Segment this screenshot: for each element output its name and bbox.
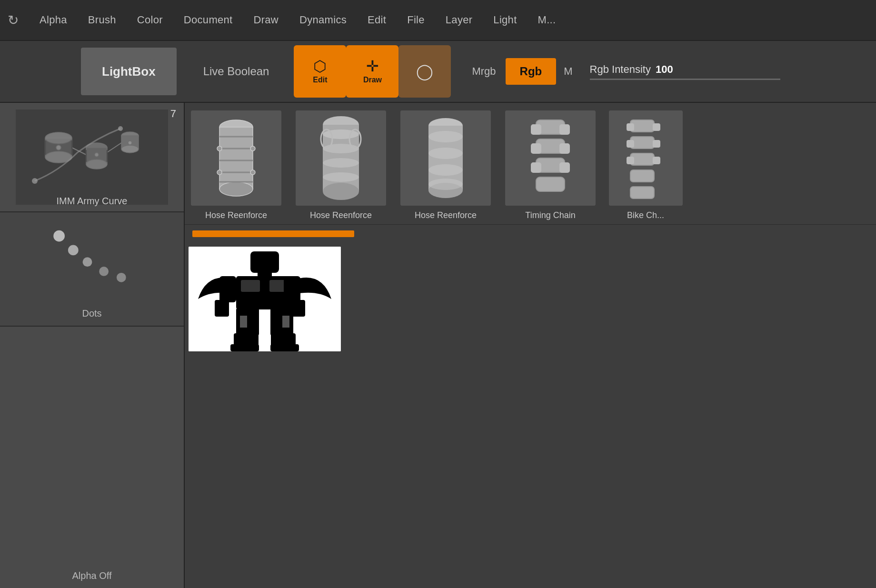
brush-name-2: Hose Reenforce — [398, 210, 493, 220]
rgb-intensity-label: Rgb Intensity — [590, 63, 651, 76]
draw-icon: ✛ — [366, 59, 379, 74]
menu-brush[interactable]: Brush — [84, 12, 120, 28]
svg-rect-77 — [627, 140, 634, 147]
svg-point-26 — [116, 273, 126, 282]
list-item[interactable]: Hose Reenforce — [189, 110, 284, 220]
orange-progress-bar[interactable] — [192, 230, 354, 237]
svg-point-46 — [323, 158, 359, 168]
top-menu-bar: ↻ Alpha Brush Color Document Draw Dynami… — [0, 0, 876, 41]
dots-label: Dots — [82, 308, 101, 319]
brush-thumbnail-2 — [400, 110, 491, 206]
svg-point-30 — [219, 182, 253, 196]
edit-tool-button[interactable]: ⬡ Edit — [294, 45, 346, 98]
svg-rect-63 — [531, 125, 541, 134]
edit-label: Edit — [313, 76, 327, 84]
rgb-intensity-bar[interactable] — [590, 79, 780, 80]
svg-point-22 — [53, 230, 65, 242]
svg-point-47 — [323, 172, 359, 182]
svg-point-38 — [217, 170, 222, 175]
mrgb-button[interactable]: Mrgb — [462, 60, 505, 83]
svg-rect-98 — [270, 344, 299, 351]
right-content: Hose Reenforce — [185, 103, 876, 588]
dots-preview[interactable]: Dots — [0, 212, 184, 327]
svg-point-4 — [45, 132, 72, 144]
list-item[interactable]: Bike Ch... — [607, 110, 684, 220]
svg-rect-62 — [536, 177, 565, 191]
alpha-section — [185, 243, 876, 355]
svg-rect-78 — [653, 140, 660, 147]
svg-rect-80 — [653, 157, 660, 164]
dots-pattern — [0, 212, 184, 307]
list-item[interactable]: Timing Chain — [503, 110, 598, 220]
menu-light[interactable]: Light — [489, 12, 520, 28]
brush-grid: Hose Reenforce — [185, 103, 876, 225]
brush-thumbnail-1 — [296, 110, 386, 206]
current-brush-preview[interactable]: 7 IMM Army Curve — [0, 103, 184, 212]
draw-tool-button[interactable]: ✛ Draw — [346, 45, 398, 98]
svg-rect-66 — [560, 144, 569, 153]
edit-icon: ⬡ — [313, 59, 327, 74]
svg-point-39 — [250, 170, 255, 175]
svg-rect-82 — [250, 251, 279, 273]
svg-rect-65 — [531, 144, 541, 153]
svg-point-23 — [68, 245, 79, 255]
menu-dynamics[interactable]: Dynamics — [296, 12, 350, 28]
menu-layer[interactable]: Layer — [442, 12, 477, 28]
svg-rect-95 — [240, 316, 247, 328]
toolbar: LightBox Live Boolean ⬡ Edit ✛ Draw ◯ Mr… — [0, 41, 876, 103]
svg-point-37 — [250, 146, 255, 151]
m-button[interactable]: M — [556, 60, 580, 83]
list-item[interactable]: Hose Reenforce — [398, 110, 493, 220]
svg-point-57 — [428, 179, 463, 190]
brush-thumbnail-3 — [505, 110, 596, 206]
brush-thumbnail-4 — [609, 110, 683, 206]
brush-count-badge: 7 — [170, 108, 176, 120]
draw-label: Draw — [363, 76, 382, 84]
menu-edit[interactable]: Edit — [364, 12, 390, 28]
svg-point-15 — [128, 141, 132, 145]
svg-point-25 — [99, 267, 109, 276]
current-brush-name: IMM Army Curve — [0, 196, 184, 207]
menu-file[interactable]: File — [403, 12, 428, 28]
main-content: 7 IMM Army Curve Dots Alpha Off — [0, 103, 876, 588]
live-boolean-button[interactable]: Live Boolean — [188, 48, 285, 95]
svg-rect-96 — [282, 316, 289, 328]
alpha-image[interactable] — [189, 247, 341, 351]
svg-rect-79 — [627, 157, 634, 164]
svg-point-44 — [323, 130, 359, 139]
material-button[interactable]: ◯ — [398, 45, 451, 98]
refresh-icon[interactable]: ↻ — [8, 12, 19, 28]
list-item[interactable]: Hose Reenforce — [293, 110, 388, 220]
svg-point-56 — [428, 164, 463, 176]
svg-point-36 — [217, 146, 222, 151]
lightbox-button[interactable]: LightBox — [81, 48, 177, 95]
rgb-button[interactable]: Rgb — [506, 58, 557, 85]
menu-document[interactable]: Document — [180, 12, 237, 28]
mode-buttons: Mrgb Rgb M — [462, 58, 580, 85]
menu-more[interactable]: M... — [534, 12, 560, 28]
hose-thumb-0 — [191, 110, 281, 206]
hose-thumb-2 — [400, 110, 491, 206]
brush-preview-image — [16, 110, 168, 205]
svg-rect-93 — [270, 308, 293, 336]
alpha-off-preview[interactable]: Alpha Off — [0, 327, 184, 588]
rgb-intensity-section: Rgb Intensity 100 — [590, 63, 780, 80]
svg-point-43 — [323, 183, 359, 200]
svg-point-14 — [95, 153, 99, 157]
brush-name-1: Hose Reenforce — [293, 210, 388, 220]
svg-point-24 — [82, 257, 92, 267]
menu-alpha[interactable]: Alpha — [36, 12, 71, 28]
brush-name-0: Hose Reenforce — [189, 210, 284, 220]
rgb-intensity-value: 100 — [656, 63, 673, 76]
svg-rect-85 — [241, 280, 260, 292]
sphere-icon: ◯ — [416, 64, 433, 79]
robot-silhouette-svg — [189, 247, 341, 351]
svg-point-13 — [56, 145, 61, 150]
menu-draw[interactable]: Draw — [250, 12, 283, 28]
menu-color[interactable]: Color — [133, 12, 167, 28]
svg-rect-88 — [215, 300, 229, 317]
svg-point-20 — [32, 178, 38, 184]
svg-rect-97 — [230, 344, 259, 351]
hose-thumb-1 — [296, 110, 386, 206]
alpha-off-label: Alpha Off — [72, 570, 111, 581]
